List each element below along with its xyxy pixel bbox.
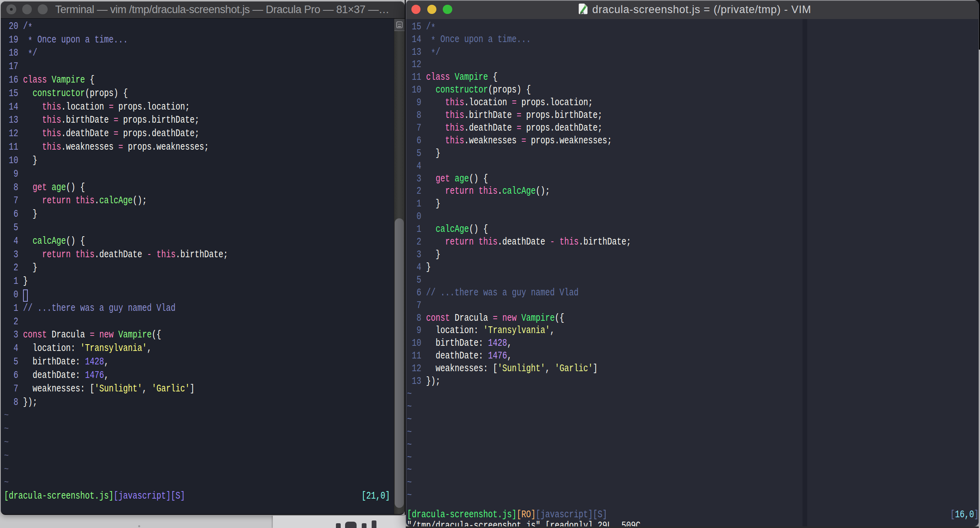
svg-text:JS: JS: [580, 11, 584, 15]
